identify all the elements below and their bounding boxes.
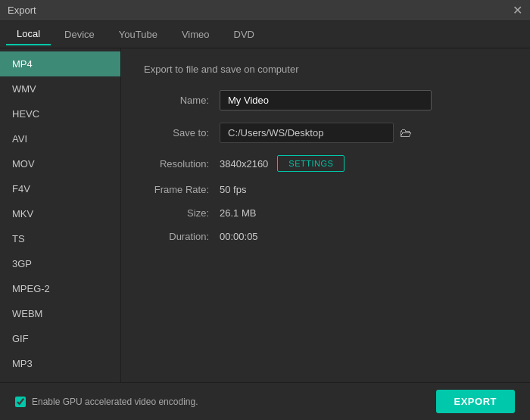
gpu-encoding-row: Enable GPU accelerated video encoding.: [15, 397, 198, 407]
folder-icon[interactable]: 🗁: [400, 126, 412, 140]
sidebar-item-f4v[interactable]: F4V: [0, 176, 120, 201]
close-button[interactable]: ✕: [513, 5, 522, 17]
sidebar-item-mp3[interactable]: MP3: [0, 351, 120, 376]
main-area: MP4 WMV HEVC AVI MOV F4V MKV TS 3GP MPEG…: [0, 48, 530, 382]
gpu-checkbox[interactable]: [15, 397, 26, 407]
frame-rate-label: Frame Rate:: [144, 184, 220, 195]
save-to-row: Save to: 🗁: [144, 123, 507, 143]
tab-vimeo[interactable]: Vimeo: [171, 24, 220, 45]
sidebar-item-hevc[interactable]: HEVC: [0, 101, 120, 126]
sidebar-item-3gp[interactable]: 3GP: [0, 251, 120, 276]
resolution-row: Resolution: 3840x2160 SETTINGS: [144, 155, 507, 172]
duration-value: 00:00:05: [220, 231, 258, 242]
sidebar-item-mkv[interactable]: MKV: [0, 201, 120, 226]
footer: Enable GPU accelerated video encoding. E…: [0, 382, 530, 420]
sidebar-item-mpeg2[interactable]: MPEG-2: [0, 276, 120, 301]
section-title: Export to file and save on computer: [144, 64, 507, 75]
sidebar-item-mp4[interactable]: MP4: [0, 51, 120, 76]
sidebar-item-mov[interactable]: MOV: [0, 151, 120, 176]
format-sidebar: MP4 WMV HEVC AVI MOV F4V MKV TS 3GP MPEG…: [0, 48, 121, 382]
size-row: Size: 26.1 MB: [144, 207, 507, 219]
name-label: Name:: [144, 95, 220, 106]
resolution-label: Resolution:: [144, 158, 220, 170]
export-button[interactable]: EXPORT: [436, 390, 515, 413]
tab-device[interactable]: Device: [54, 24, 105, 45]
save-to-input[interactable]: [220, 123, 394, 143]
sidebar-item-avi[interactable]: AVI: [0, 126, 120, 151]
sidebar-item-wmv[interactable]: WMV: [0, 76, 120, 101]
duration-row: Duration: 00:00:05: [144, 231, 507, 242]
duration-label: Duration:: [144, 231, 220, 242]
save-to-label: Save to:: [144, 127, 220, 138]
export-content: Export to file and save on computer Name…: [121, 48, 530, 382]
sidebar-item-webm[interactable]: WEBM: [0, 301, 120, 326]
frame-rate-row: Frame Rate: 50 fps: [144, 184, 507, 195]
tab-dvd[interactable]: DVD: [223, 24, 265, 45]
title-bar: Export ✕: [0, 0, 530, 21]
name-row: Name:: [144, 90, 507, 110]
tab-youtube[interactable]: YouTube: [108, 24, 168, 45]
resolution-value: 3840x2160: [220, 158, 268, 170]
settings-button[interactable]: SETTINGS: [277, 155, 344, 172]
sidebar-item-ts[interactable]: TS: [0, 226, 120, 251]
size-label: Size:: [144, 207, 220, 219]
frame-rate-value: 50 fps: [220, 184, 246, 195]
name-input[interactable]: [220, 90, 432, 110]
tab-local[interactable]: Local: [6, 23, 51, 45]
window-title: Export: [8, 5, 36, 16]
sidebar-item-gif[interactable]: GIF: [0, 326, 120, 351]
tab-bar: Local Device YouTube Vimeo DVD: [0, 21, 530, 48]
size-value: 26.1 MB: [220, 207, 256, 219]
gpu-label: Enable GPU accelerated video encoding.: [32, 397, 198, 407]
